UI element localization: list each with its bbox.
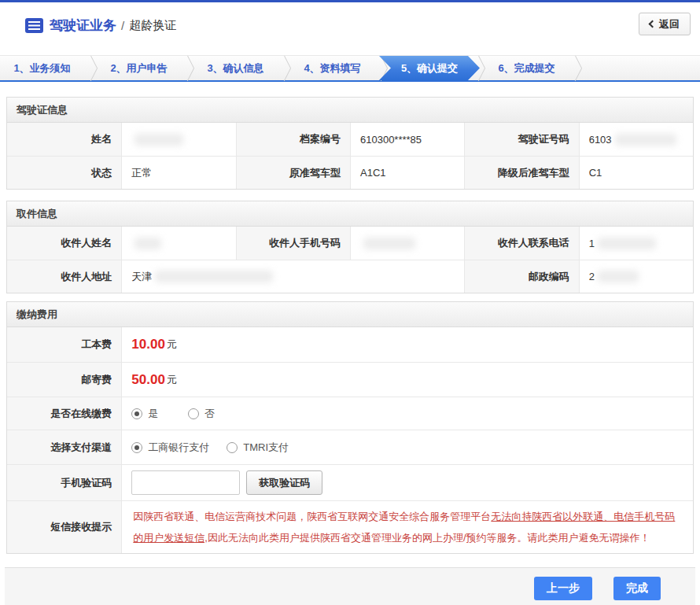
- payment-panel: 缴纳费用 工本费 10.00 元 邮寄费 50.00 元 是否在线缴费 是 否: [6, 301, 694, 554]
- redacted-value: [363, 238, 415, 249]
- radio-unchecked-icon: [188, 408, 199, 419]
- finish-button[interactable]: 完成: [613, 577, 661, 600]
- tab-step-6[interactable]: 6、完成提交: [484, 56, 569, 80]
- back-chevron-icon: [649, 20, 657, 28]
- mail-fee-value: 50.00 元: [121, 362, 693, 397]
- license-info-panel: 驾驶证信息 姓名 档案编号 610300****85 驾驶证号码 6103 状态…: [6, 97, 694, 190]
- back-button[interactable]: 返回: [639, 13, 691, 35]
- sms-code-input[interactable]: [131, 470, 240, 495]
- mail-fee-unit: 元: [167, 373, 177, 387]
- orig-class-value: A1C1: [350, 156, 464, 189]
- radio-online-no[interactable]: 否: [188, 407, 215, 421]
- chevron-separator-icon: [569, 56, 581, 80]
- redacted-value: [134, 238, 161, 249]
- chevron-separator-icon: [181, 56, 193, 80]
- redacted-value: [598, 238, 656, 249]
- radio-channel-icbc[interactable]: 工商银行支付: [131, 441, 209, 455]
- mail-fee-label: 邮寄费: [7, 362, 121, 397]
- radio-checked-icon: [131, 408, 142, 419]
- breadcrumb-current: 超龄换证: [129, 18, 176, 33]
- status-value: 正常: [121, 156, 235, 189]
- sms-tip-text: 因陕西省联通、电信运营商技术问题，陕西省互联网交通安全综合服务管理平台无法向持陕…: [121, 500, 693, 553]
- tab-step-2[interactable]: 2、用户申告: [97, 56, 181, 80]
- channel-label: 选择支付渠道: [7, 430, 121, 464]
- license-no-value: 6103: [579, 123, 693, 156]
- tab-step-1[interactable]: 1、业务须知: [0, 56, 84, 80]
- license-services-icon: [25, 18, 43, 33]
- file-no-value: 610300****85: [350, 123, 464, 156]
- get-code-button[interactable]: 获取验证码: [246, 470, 322, 495]
- radio-online-yes[interactable]: 是: [131, 407, 158, 421]
- pickup-info-title: 取件信息: [7, 201, 693, 227]
- radio-channel-tmri[interactable]: TMRI支付: [227, 441, 289, 455]
- redacted-value: [598, 271, 639, 282]
- mail-fee-amount: 50.00: [131, 372, 165, 388]
- previous-step-button[interactable]: 上一步: [534, 577, 592, 600]
- channel-options: 工商银行支付 TMRI支付: [121, 430, 693, 464]
- license-info-title: 驾驶证信息: [7, 98, 693, 123]
- breadcrumb-separator: /: [121, 19, 124, 32]
- page: 驾驶证业务 / 超龄换证 返回 1、业务须知 2、用户申告 3、确认信息 4、资…: [0, 0, 700, 605]
- radio-channel-icbc-label: 工商银行支付: [148, 441, 209, 455]
- work-fee-unit: 元: [167, 338, 177, 352]
- license-no-label: 驾驶证号码: [464, 123, 578, 156]
- sms-code-label: 手机验证码: [7, 464, 121, 500]
- orig-class-label: 原准驾车型: [236, 156, 350, 189]
- redacted-value: [155, 271, 273, 282]
- recipient-mobile-label: 收件人手机号码: [236, 227, 350, 260]
- tab-step-5-active[interactable]: 5、确认提交: [379, 56, 480, 80]
- work-fee-label: 工本费: [7, 327, 121, 362]
- file-no-label: 档案编号: [236, 123, 350, 156]
- back-button-label: 返回: [659, 17, 680, 31]
- recipient-mobile-value: [350, 227, 464, 260]
- page-header: 驾驶证业务 / 超龄换证 返回: [0, 2, 700, 49]
- name-label: 姓名: [7, 123, 121, 156]
- postal-code-label: 邮政编码: [464, 260, 578, 293]
- sms-code-row: 获取验证码: [121, 464, 693, 500]
- license-info-table: 姓名 档案编号 610300****85 驾驶证号码 6103 状态 正常 原准…: [7, 123, 693, 189]
- online-pay-label: 是否在线缴费: [7, 397, 121, 430]
- name-value: [121, 123, 235, 156]
- work-fee-value: 10.00 元: [121, 327, 693, 362]
- recipient-name-value: [121, 227, 235, 260]
- redacted-value: [134, 134, 183, 146]
- step-tabs: 1、业务须知 2、用户申告 3、确认信息 4、资料填写 5、确认提交 6、完成提…: [0, 55, 700, 82]
- status-label: 状态: [7, 156, 121, 189]
- sms-tip-label: 短信接收提示: [7, 500, 121, 553]
- chevron-separator-icon: [84, 56, 97, 80]
- chevron-separator-icon: [278, 56, 290, 80]
- work-fee-amount: 10.00: [131, 337, 165, 352]
- recipient-address-value: 天津: [121, 260, 464, 293]
- pickup-info-panel: 取件信息 收件人姓名 收件人手机号码 收件人联系电话 1 收件人地址 天津 邮政…: [6, 201, 694, 293]
- radio-online-yes-label: 是: [148, 407, 158, 421]
- downgraded-class-value: C1: [579, 156, 693, 189]
- redacted-value: [615, 134, 676, 146]
- recipient-phone-label: 收件人联系电话: [464, 227, 578, 260]
- radio-unchecked-icon: [227, 442, 238, 453]
- sms-tip-part2: 因此无法向此类用户提供陕西省交通管理业务的网上办理/预约等服务。请此类用户避免无…: [208, 532, 650, 544]
- radio-online-no-label: 否: [204, 407, 215, 421]
- tab-step-3[interactable]: 3、确认信息: [193, 56, 278, 80]
- recipient-address-label: 收件人地址: [7, 260, 121, 293]
- radio-channel-tmri-label: TMRI支付: [243, 441, 289, 455]
- downgraded-class-label: 降级后准驾车型: [464, 156, 578, 189]
- footer-action-bar: 上一步 完成: [5, 567, 695, 605]
- pickup-info-table: 收件人姓名 收件人手机号码 收件人联系电话 1 收件人地址 天津 邮政编码 2: [7, 227, 693, 293]
- sms-tip-part1: 因陕西省联通、电信运营商技术问题，陕西省互联网交通安全综合服务管理平台: [133, 511, 491, 522]
- tab-step-4[interactable]: 4、资料填写: [290, 56, 374, 80]
- radio-checked-icon: [131, 442, 142, 453]
- payment-title: 缴纳费用: [7, 302, 693, 327]
- page-title: 驾驶证业务: [50, 17, 116, 35]
- recipient-phone-value: 1: [579, 227, 693, 260]
- payment-table: 工本费 10.00 元 邮寄费 50.00 元 是否在线缴费 是 否: [7, 327, 693, 553]
- postal-code-value: 2: [579, 260, 693, 293]
- recipient-name-label: 收件人姓名: [7, 227, 121, 260]
- online-pay-options: 是 否: [121, 397, 693, 430]
